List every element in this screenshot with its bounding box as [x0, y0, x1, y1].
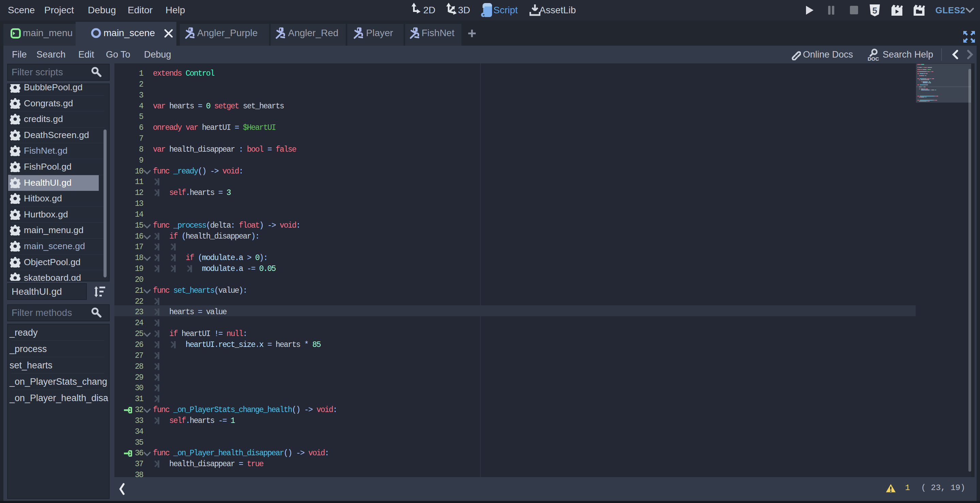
svg-text:5: 5 [872, 5, 877, 16]
svg-text:DOC: DOC [868, 56, 879, 62]
